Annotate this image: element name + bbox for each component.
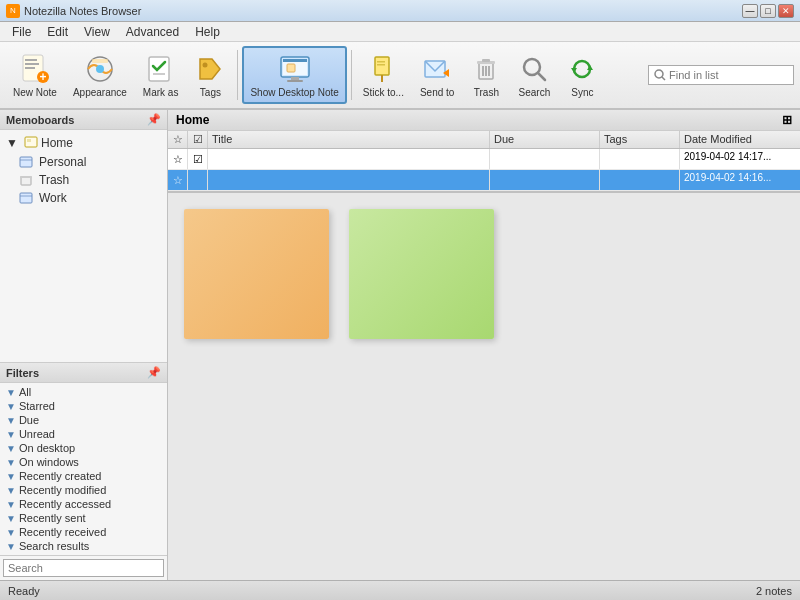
svg-text:+: + [39,70,46,84]
filter-recently-received[interactable]: ▼Recently received [2,525,165,539]
svg-rect-15 [291,77,299,80]
menu-advanced[interactable]: Advanced [118,23,187,41]
show-desktop-note-label: Show Desktop Note [250,87,338,98]
memoboards-pin-icon: 📌 [147,113,161,126]
filter-starred[interactable]: ▼Starred [2,399,165,413]
stick-to-button[interactable]: Stick to... [356,46,411,104]
menu-help[interactable]: Help [187,23,228,41]
title-bar-controls: — □ ✕ [742,4,794,18]
sticky-note-orange[interactable] [184,209,329,339]
new-note-icon: + [19,53,51,85]
app-icon: N [6,4,20,18]
filter-unread[interactable]: ▼Unread [2,427,165,441]
filters-header: Filters 📌 [0,363,167,383]
col-star-header[interactable]: ☆ [168,131,188,148]
note-star-2[interactable]: ☆ [168,170,188,190]
search-label: Search [519,87,551,98]
filter-icon-on-desktop: ▼ [6,443,16,454]
sync-button[interactable]: Sync [559,46,605,104]
table-row[interactable]: ☆ 2019-04-02 14:16... [168,170,800,191]
filter-due[interactable]: ▼Due [2,413,165,427]
home-expand-icon: ▼ [4,135,20,151]
svg-rect-41 [20,176,32,178]
svg-point-7 [96,65,104,73]
svg-rect-1 [25,59,37,61]
send-to-button[interactable]: Send to [413,46,461,104]
grid-view-icon[interactable]: ⊞ [782,113,792,127]
tree-item-home-label: Home [41,136,73,150]
filter-recently-created[interactable]: ▼Recently created [2,469,165,483]
tree-item-work[interactable]: Work [2,189,165,207]
svg-rect-19 [377,61,385,63]
right-panel-title: Home [176,113,209,127]
svg-line-31 [538,73,545,80]
show-desktop-note-button[interactable]: Show Desktop Note [242,46,346,104]
menu-view[interactable]: View [76,23,118,41]
svg-point-34 [655,70,663,78]
filters-pin-icon: 📌 [147,366,161,379]
col-due-header[interactable]: Due [490,131,600,148]
svg-point-11 [203,62,208,67]
filter-on-desktop[interactable]: ▼On desktop [2,441,165,455]
send-to-icon [421,53,453,85]
stick-to-icon [367,53,399,85]
menu-file[interactable]: File [4,23,39,41]
filter-icon-recently-accessed: ▼ [6,499,16,510]
status-bar: Ready 2 notes [0,580,800,600]
sync-label: Sync [571,87,593,98]
col-date-header[interactable]: Date Modified [680,131,800,148]
filter-all[interactable]: ▼All [2,385,165,399]
filter-recently-modified[interactable]: ▼Recently modified [2,483,165,497]
svg-rect-16 [287,80,303,82]
filter-icon-recently-created: ▼ [6,471,16,482]
new-note-button[interactable]: + New Note [6,46,64,104]
note-date-2: 2019-04-02 14:16... [680,170,800,190]
appearance-label: Appearance [73,87,127,98]
search-button[interactable]: Search [511,46,557,104]
mark-as-button[interactable]: Mark as [136,46,186,104]
svg-rect-40 [21,177,31,185]
mark-as-label: Mark as [143,87,179,98]
left-search [0,555,167,580]
close-button[interactable]: ✕ [778,4,794,18]
note-star-1[interactable]: ☆ [168,149,188,169]
main-layout: Memoboards 📌 ▼ Home Personal [0,110,800,580]
maximize-button[interactable]: □ [760,4,776,18]
filter-on-windows[interactable]: ▼On windows [2,455,165,469]
menu-edit[interactable]: Edit [39,23,76,41]
filter-recently-sent[interactable]: ▼Recently sent [2,511,165,525]
work-icon [18,190,34,206]
tree-item-trash-label: Trash [39,173,69,187]
col-tags-header[interactable]: Tags [600,131,680,148]
sync-icon [566,53,598,85]
svg-rect-18 [375,57,389,75]
svg-line-35 [662,77,665,80]
tree-item-trash[interactable]: Trash [2,171,165,189]
trash-label: Trash [474,87,499,98]
svg-rect-8 [92,59,108,63]
filter-list: ▼All ▼Starred ▼Due ▼Unread ▼On desktop ▼… [0,383,167,555]
note-check-2[interactable] [188,170,208,190]
trash-button[interactable]: Trash [463,46,509,104]
table-row[interactable]: ☆ ☑ 2019-04-02 14:17... [168,149,800,170]
col-check-header[interactable]: ☑ [188,131,208,148]
tree-item-home[interactable]: ▼ Home [2,132,165,153]
stick-to-label: Stick to... [363,87,404,98]
col-title-header[interactable]: Title [208,131,490,148]
tree-item-personal[interactable]: Personal [2,153,165,171]
minimize-button[interactable]: — [742,4,758,18]
filter-icon-recently-modified: ▼ [6,485,16,496]
appearance-button[interactable]: Appearance [66,46,134,104]
title-bar: N Notezilla Notes Browser — □ ✕ [0,0,800,22]
tags-button[interactable]: Tags [187,46,233,104]
filter-search-results[interactable]: ▼Search results [2,539,165,553]
sticky-note-green[interactable] [349,209,494,339]
filter-icon-all: ▼ [6,387,16,398]
left-search-input[interactable] [3,559,164,577]
filter-icon-starred: ▼ [6,401,16,412]
svg-rect-26 [482,59,490,62]
filter-recently-accessed[interactable]: ▼Recently accessed [2,497,165,511]
left-panel: Memoboards 📌 ▼ Home Personal [0,110,168,580]
note-check-1[interactable]: ☑ [188,149,208,169]
find-in-list-input[interactable] [669,69,789,81]
